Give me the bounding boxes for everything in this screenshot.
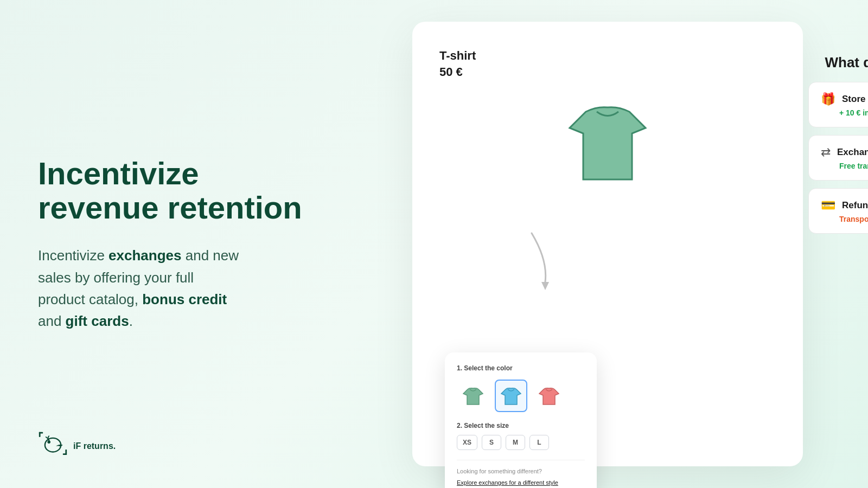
color-label: 1. Select the color [457, 364, 585, 372]
left-panel: Incentivize revenue retention Incentiviz… [0, 0, 347, 488]
color-swatch-blue[interactable] [495, 380, 527, 412]
arrow-decoration [515, 228, 570, 293]
size-label: 2. Select the size [457, 422, 585, 429]
exchange-icon: ⇄ [821, 145, 831, 159]
option-exchange[interactable]: ⇄ Exchange Free transportation [808, 135, 868, 181]
ui-card: T-shirt 50 € 1. Select the color [412, 22, 803, 466]
size-m[interactable]: M [506, 435, 525, 450]
store-credit-title: Store credit [842, 94, 868, 105]
exchange-badge: Free transportation [839, 162, 868, 170]
description: Incentivize exchanges and new sales by o… [38, 245, 309, 332]
size-options[interactable]: XS S M L [457, 435, 585, 450]
explore-link[interactable]: Explore exchanges for a different style [457, 479, 558, 486]
product-price: 50 € [439, 65, 463, 79]
option-exchange-header: ⇄ Exchange [821, 145, 868, 159]
refund-badge: Transport costs [839, 215, 868, 223]
refund-title: Refund [842, 200, 868, 211]
svg-rect-3 [65, 450, 67, 455]
tshirt-illustration [439, 90, 776, 198]
tshirt-svg [553, 90, 662, 198]
options-panel: What do you want to do? 🎁 Store credit +… [808, 54, 868, 234]
right-panel: T-shirt 50 € 1. Select the color [347, 0, 868, 488]
option-refund[interactable]: 💳 Refund Transport costs [808, 188, 868, 234]
page-title: Incentivize revenue retention [38, 156, 309, 226]
logo-text: iF returns. [73, 441, 116, 451]
logo-icon [38, 431, 68, 461]
product-name: T-shirt [439, 49, 476, 63]
options-title: What do you want to do? [808, 54, 868, 71]
option-refund-header: 💳 Refund [821, 198, 868, 213]
option-store-credit[interactable]: 🎁 Store credit + 10 € in your refund [808, 82, 868, 127]
explore-hint: Looking for something different? [457, 468, 585, 474]
logo: iF returns. [38, 431, 116, 461]
color-swatch-pink[interactable] [533, 380, 565, 412]
size-xs[interactable]: XS [457, 435, 477, 450]
size-l[interactable]: L [529, 435, 549, 450]
color-selector-popup: 1. Select the color [445, 352, 597, 488]
refund-icon: 💳 [821, 198, 835, 213]
explore-section: Looking for something different? Explore… [457, 460, 585, 487]
product-area: T-shirt 50 € [439, 49, 776, 79]
color-swatch-green[interactable] [457, 380, 489, 412]
color-options [457, 380, 585, 412]
option-store-credit-header: 🎁 Store credit [821, 92, 868, 106]
gift-icon: 🎁 [821, 92, 835, 106]
svg-marker-8 [541, 282, 549, 290]
exchange-title: Exchange [837, 147, 868, 158]
store-credit-badge: + 10 € in your refund [839, 108, 868, 117]
svg-rect-1 [39, 432, 41, 437]
size-s[interactable]: S [482, 435, 501, 450]
